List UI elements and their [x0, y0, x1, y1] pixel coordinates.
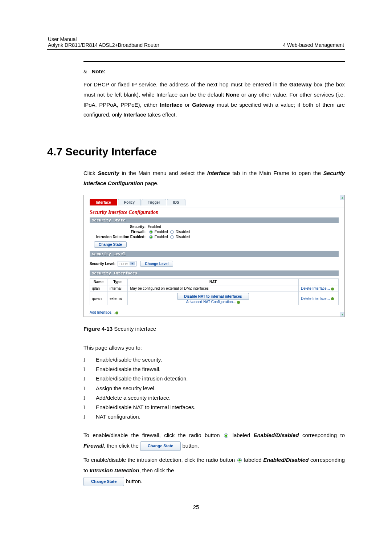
scrollbar-down-icon[interactable]: ▾	[340, 312, 344, 317]
intro-text: Click Security in the Main menu and sele…	[83, 168, 345, 188]
ids-enabled-radio[interactable]	[149, 235, 153, 239]
note-bottom-rule	[83, 131, 345, 131]
tab-bar: Interface Policy Trigger IDS	[90, 199, 344, 205]
note-top-rule	[83, 61, 345, 62]
chevron-down-icon: ▼	[130, 262, 135, 265]
interfaces-table: Name Type NAT iplan internal May be conf…	[90, 278, 339, 305]
note-heading: & Note:	[83, 68, 345, 74]
radio-icon	[237, 458, 242, 463]
doc-header: User Manual Aolynk DR811/DR814 ADSL2+Bro…	[47, 36, 345, 49]
allow-intro: This page allows you to:	[83, 343, 345, 353]
security-state-bar: Security State	[90, 217, 339, 223]
ids-label: Intrusion Detection Enabled:	[90, 235, 148, 239]
security-label: Security:	[90, 225, 148, 229]
tab-interface[interactable]: Interface	[90, 199, 117, 205]
table-row: ipwan external Disable NAT to internal i…	[90, 292, 339, 305]
firewall-enabled-radio[interactable]	[149, 230, 153, 234]
security-interfaces-bar: Security Interfaces	[90, 270, 339, 276]
ids-enabled-text: Enabled	[155, 235, 168, 239]
cell-type: internal	[107, 285, 128, 292]
list-item: lEnable/disable the firewall.	[83, 364, 345, 374]
security-level-label: Security Level:	[90, 262, 115, 266]
col-name: Name	[90, 279, 107, 285]
action-dot-icon	[237, 301, 240, 304]
ids-disabled-radio[interactable]	[170, 235, 174, 239]
advanced-nat-link[interactable]: Advanced NAT Configuration…	[186, 300, 240, 304]
change-state-inline-button: Change State	[140, 441, 181, 451]
firewall-para: To enable/disable the firewall, click th…	[83, 430, 345, 451]
ids-para: To enable/disable the intrusion detectio…	[83, 455, 345, 486]
add-interface-link[interactable]: Add Interface…	[90, 310, 118, 314]
header-right: 4 Web-based Management	[283, 42, 344, 48]
cell-type: external	[107, 292, 128, 305]
change-state-inline-button: Change State	[83, 477, 124, 486]
scrollbar-up-icon[interactable]: ▴	[340, 195, 344, 200]
cell-name: iplan	[90, 285, 107, 292]
delete-interface-link[interactable]: Delete Interface…	[301, 297, 334, 301]
figure-screenshot: ▴ ▾ Interface Policy Trigger IDS Securit…	[83, 195, 345, 317]
disable-nat-button[interactable]: Disable NAT to internal interfaces	[177, 293, 249, 300]
feature-list: lEnable/disable the security. lEnable/di…	[83, 355, 345, 422]
list-item: lEnable/disable NAT to internal interfac…	[83, 403, 345, 412]
tab-policy[interactable]: Policy	[118, 199, 141, 205]
figure-title: Security Interface Configuration	[90, 208, 344, 215]
header-left-1: User Manual	[48, 36, 159, 42]
note-marker: &	[83, 68, 87, 74]
list-item: lAdd/delete a security interface.	[83, 393, 345, 403]
list-item: lEnable/disable the intrusion detection.	[83, 374, 345, 383]
action-dot-icon	[331, 288, 334, 290]
action-dot-icon	[331, 297, 334, 300]
firewall-disabled-radio[interactable]	[170, 230, 174, 234]
cell-name: ipwan	[90, 292, 107, 305]
tab-trigger[interactable]: Trigger	[142, 199, 166, 205]
change-state-button[interactable]: Change State	[94, 241, 127, 248]
firewall-enabled-text: Enabled	[155, 230, 168, 234]
table-row: iplan internal May be configured on exte…	[90, 285, 339, 292]
tab-ids[interactable]: IDS	[167, 199, 185, 205]
firewall-label: Firewall:	[90, 230, 148, 234]
list-item: lAssign the security level.	[83, 384, 345, 393]
note-body: For DHCP or fixed IP service, the addres…	[83, 80, 345, 120]
ids-disabled-text: Disabled	[176, 235, 190, 239]
note-label: Note:	[92, 68, 106, 74]
header-left-2: Aolynk DR811/DR814 ADSL2+Broadband Route…	[48, 42, 159, 48]
list-item: lEnable/disable the security.	[83, 355, 345, 364]
action-dot-icon	[115, 311, 118, 314]
firewall-disabled-text: Disabled	[176, 230, 190, 234]
change-level-button[interactable]: Change Level	[140, 261, 173, 267]
security-value: Enabled	[148, 225, 161, 229]
cell-nat: May be configured on external or DMZ int…	[128, 285, 299, 292]
section-heading: 4.7 Security Interface	[47, 146, 345, 158]
security-level-value: none	[119, 262, 127, 266]
col-type: Type	[107, 279, 128, 285]
security-level-bar: Security Level	[90, 251, 339, 257]
list-item: lNAT configuration.	[83, 412, 345, 421]
page-number: 25	[47, 504, 345, 510]
header-rule	[47, 49, 345, 50]
figure-caption: Figure 4-13 Security interface	[83, 326, 345, 332]
delete-interface-link[interactable]: Delete Interface…	[301, 286, 334, 290]
security-level-select[interactable]: none ▼	[118, 261, 136, 266]
radio-icon	[224, 433, 228, 438]
col-nat: NAT	[128, 279, 299, 285]
